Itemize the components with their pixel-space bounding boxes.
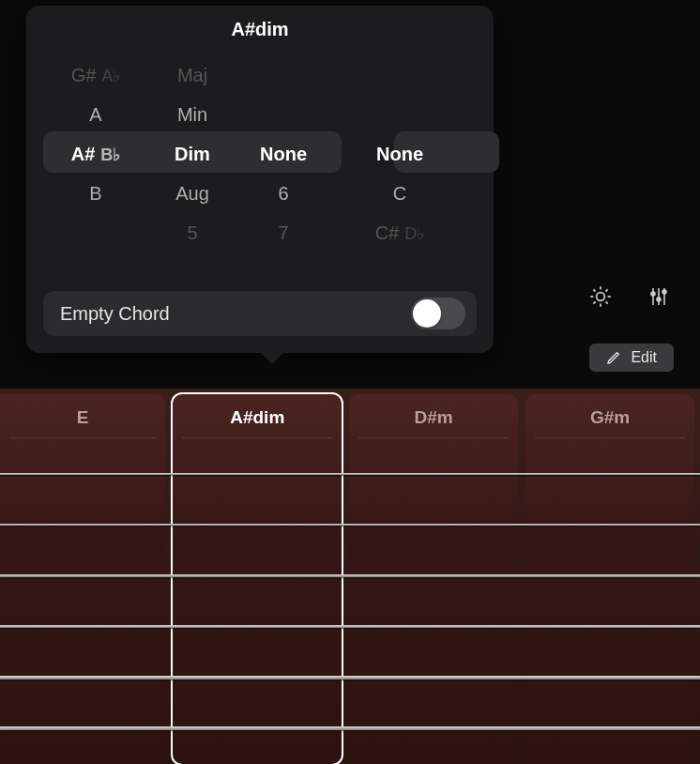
edit-button[interactable]: Edit xyxy=(589,344,674,372)
quality-item[interactable]: Maj xyxy=(148,55,236,95)
chord-cell-label: A#dim xyxy=(173,407,342,428)
bass-item[interactable]: C xyxy=(355,174,445,213)
root-item[interactable]: A xyxy=(43,95,148,134)
chord-strip: E A#dim D#m G#m xyxy=(0,389,700,764)
edit-button-label: Edit xyxy=(631,349,657,366)
bass-note-picker[interactable]: None C C#D♭ xyxy=(355,55,445,252)
instrument-toolbar xyxy=(586,282,674,312)
svg-line-6 xyxy=(605,301,607,303)
chord-cell-label: D#m xyxy=(349,407,518,428)
empty-chord-toggle[interactable] xyxy=(411,298,465,329)
bass-item[interactable] xyxy=(355,55,445,95)
svg-line-8 xyxy=(605,289,607,291)
chord-editor-title: A#dim xyxy=(43,19,477,40)
chord-picker-grid: G#A♭ A A#B♭ B Maj Min Dim Aug 5 xyxy=(43,55,477,252)
root-note-picker[interactable]: G#A♭ A A#B♭ B xyxy=(43,55,148,252)
extension-picker[interactable]: None 6 7 xyxy=(236,55,330,252)
extension-item[interactable]: 7 xyxy=(236,213,330,252)
svg-line-7 xyxy=(593,301,595,303)
quality-item[interactable]: Dim xyxy=(148,134,236,174)
quality-picker[interactable]: Maj Min Dim Aug 5 xyxy=(148,55,236,252)
pencil-icon xyxy=(606,350,621,365)
extension-item[interactable] xyxy=(236,55,330,95)
quality-item[interactable]: Aug xyxy=(148,174,236,213)
brightness-icon[interactable] xyxy=(586,282,616,312)
svg-point-0 xyxy=(597,293,605,301)
chord-editor-popover: A#dim G#A♭ A A#B♭ B Maj Min Dim Aug 5 xyxy=(26,6,494,353)
chord-cell[interactable]: D#m xyxy=(349,394,518,764)
extension-item[interactable]: None xyxy=(236,134,330,174)
root-item[interactable] xyxy=(43,213,148,252)
chord-cell[interactable]: A#dim xyxy=(173,394,342,764)
quality-item[interactable]: Min xyxy=(148,95,236,134)
chord-cell[interactable]: G#m xyxy=(525,394,694,764)
bass-item[interactable] xyxy=(355,95,445,134)
svg-point-14 xyxy=(662,290,666,294)
bass-item[interactable]: C#D♭ xyxy=(355,213,445,252)
guitar-fretboard: E A#dim D#m G#m xyxy=(0,389,700,764)
quality-item[interactable]: 5 xyxy=(148,213,236,252)
sliders-icon[interactable] xyxy=(644,282,674,312)
root-item[interactable]: A#B♭ xyxy=(43,134,148,174)
extension-item[interactable]: 6 xyxy=(236,174,330,213)
root-item[interactable]: G#A♭ xyxy=(43,55,148,95)
toggle-knob xyxy=(413,299,441,328)
svg-point-12 xyxy=(651,292,655,296)
extension-item[interactable] xyxy=(236,95,330,134)
chord-cell-label: E xyxy=(0,407,165,428)
empty-chord-row: Empty Chord xyxy=(43,291,477,336)
svg-line-5 xyxy=(593,289,595,291)
chord-cell[interactable]: E xyxy=(0,394,165,764)
chord-cell-label: G#m xyxy=(525,407,694,428)
svg-point-13 xyxy=(657,298,661,301)
root-item[interactable]: B xyxy=(43,174,148,213)
empty-chord-label: Empty Chord xyxy=(60,303,170,325)
bass-item[interactable]: None xyxy=(355,134,445,174)
